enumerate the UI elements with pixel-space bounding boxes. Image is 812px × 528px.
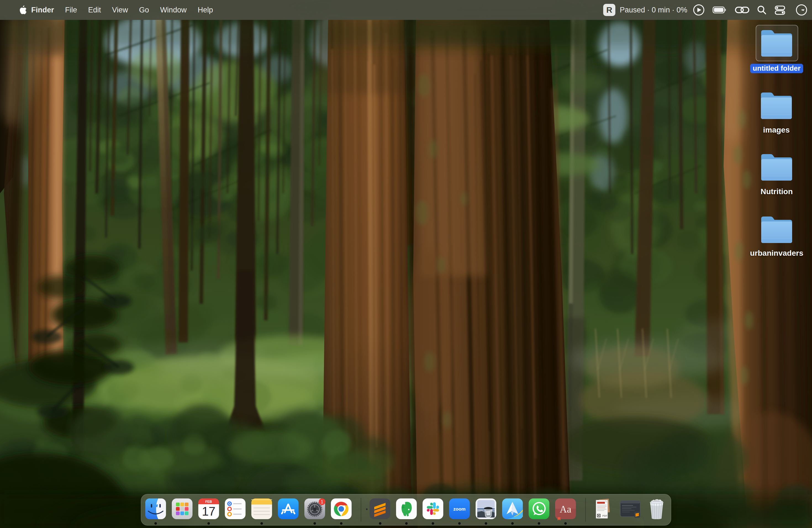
svg-text:FEB: FEB (205, 500, 212, 504)
svg-text:Aa: Aa (560, 504, 571, 515)
svg-text:17: 17 (202, 504, 215, 518)
svg-text:zoom: zoom (453, 507, 465, 512)
svg-text:1: 1 (321, 500, 323, 504)
svg-text:PDF: PDF (603, 514, 608, 517)
